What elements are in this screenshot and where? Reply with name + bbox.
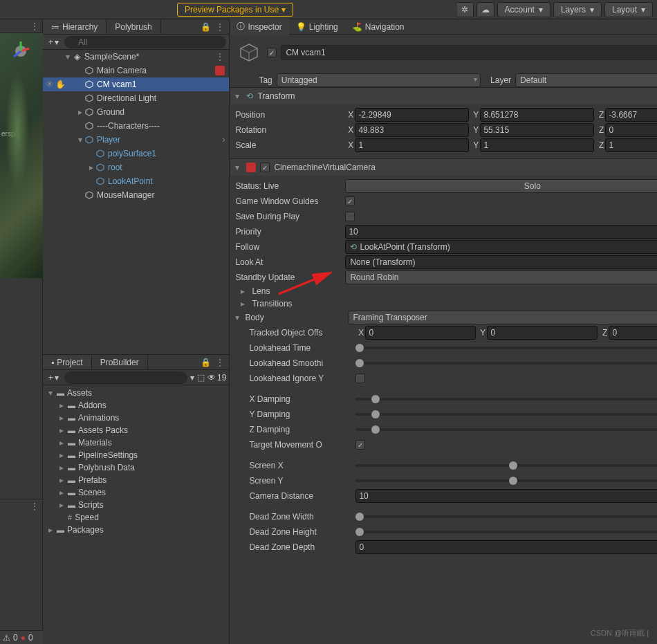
lookat-field[interactable]: None (Transform)⊙ xyxy=(345,255,657,269)
hierarchy-search-input[interactable] xyxy=(64,36,226,48)
create-dropdown[interactable]: +▾ xyxy=(46,37,62,47)
lock-icon[interactable]: 🔒 xyxy=(201,358,211,367)
layer-dropdown[interactable]: Default xyxy=(515,73,657,87)
hierarchy-item[interactable]: ▾Player› xyxy=(43,133,229,147)
probuilder-tab[interactable]: ProBuilder xyxy=(92,356,148,369)
favorite-icon[interactable]: ⬚ xyxy=(197,373,205,383)
project-folder[interactable]: ▸▬Scenes xyxy=(43,486,229,499)
project-folder[interactable]: ▸▬Animations xyxy=(43,412,229,424)
tracked-y-input[interactable] xyxy=(487,326,598,340)
y-damping-slider[interactable] xyxy=(355,413,657,416)
tag-dropdown[interactable]: Untagged xyxy=(277,73,481,87)
panel-menu-icon[interactable]: ⋮ xyxy=(215,21,225,33)
hierarchy-item[interactable]: polySurface1 xyxy=(43,147,229,160)
dead-zone-height-slider[interactable] xyxy=(355,531,657,533)
dead-zone-depth-input[interactable] xyxy=(355,540,657,554)
pos-x-input[interactable] xyxy=(355,108,469,122)
inspector-tab[interactable]: ⓘInspector xyxy=(230,19,288,35)
cloud-icon[interactable]: ☁ xyxy=(476,2,494,17)
target-movement-checkbox[interactable]: ✓ xyxy=(355,440,365,450)
lookat-label: Look At xyxy=(235,257,342,267)
lookahead-time-slider[interactable] xyxy=(355,347,657,349)
folder-label: PipelineSettings xyxy=(78,450,138,460)
layout-menu[interactable]: Layout▾ xyxy=(604,2,653,17)
layers-menu[interactable]: Layers▾ xyxy=(553,2,602,17)
hierarchy-item[interactable]: LookAtPoint xyxy=(43,174,229,188)
project-folder[interactable]: ▸▬PipelineSettings xyxy=(43,449,229,461)
panel-menu-icon[interactable]: ⋮ xyxy=(215,357,225,368)
scene-menu-icon[interactable]: ⋮ xyxy=(215,51,225,62)
rot-x-input[interactable] xyxy=(355,123,469,137)
project-folder[interactable]: #Speed xyxy=(43,511,229,524)
hierarchy-item[interactable]: Directional Light xyxy=(43,91,229,105)
account-menu[interactable]: Account▾ xyxy=(497,2,550,17)
pos-y-input[interactable] xyxy=(480,108,594,122)
polybrush-tab[interactable]: Polybrush xyxy=(107,20,160,34)
hierarchy-item[interactable]: ----Characters---- xyxy=(43,119,229,133)
screen-y-slider[interactable] xyxy=(355,479,657,482)
screen-x-slider[interactable] xyxy=(355,464,657,467)
project-folder[interactable]: ▸▬Packages xyxy=(43,524,229,536)
lens-foldout[interactable]: ▸Lens xyxy=(235,285,657,297)
cinemachine-header[interactable]: ▾ ✓ CinemachineVirtualCamera ?⋮ xyxy=(230,159,657,176)
snap-icon[interactable]: ✲ xyxy=(456,2,474,17)
scene-menu-icon[interactable]: ⋮ xyxy=(30,21,39,32)
project-folder[interactable]: ▸▬Addons xyxy=(43,399,229,412)
project-folder[interactable]: ▸▬Prefabs xyxy=(43,474,229,486)
project-search-input[interactable] xyxy=(64,371,187,384)
tracked-z-input[interactable] xyxy=(609,326,657,340)
hierarchy-item-label: CM vcam1 xyxy=(97,80,136,89)
scene-view[interactable]: ersp xyxy=(0,33,43,278)
create-dropdown[interactable]: +▾ xyxy=(46,373,62,383)
filter-icon[interactable]: ▾ xyxy=(190,373,194,383)
transform-header[interactable]: ▾ ⟲ Transform ?⇄⋮ xyxy=(230,88,657,104)
active-checkbox[interactable]: ✓ xyxy=(267,48,277,57)
project-folder[interactable]: ▸▬Materials xyxy=(43,436,229,449)
scale-z-input[interactable] xyxy=(605,138,657,152)
camera-distance-input[interactable] xyxy=(355,489,657,503)
component-enable-checkbox[interactable]: ✓ xyxy=(260,163,270,172)
hierarchy-tab[interactable]: ≔Hierarchy xyxy=(43,20,107,34)
dead-zone-width-slider[interactable] xyxy=(355,515,657,518)
hierarchy-item[interactable]: Main Camera xyxy=(43,64,229,77)
hierarchy-item[interactable]: ▸root xyxy=(43,160,229,174)
lighting-tab[interactable]: 💡Lighting xyxy=(289,20,345,34)
rot-y-input[interactable] xyxy=(480,123,594,137)
x-damping-slider[interactable] xyxy=(355,398,657,401)
navigation-tab[interactable]: ⛳Navigation xyxy=(345,20,411,34)
rot-z-input[interactable] xyxy=(605,123,657,137)
hierarchy-item[interactable]: ▸Ground xyxy=(43,105,229,119)
visibility-icon[interactable]: 👁 xyxy=(207,373,216,383)
hierarchy-item[interactable]: MouseManager xyxy=(43,188,229,202)
guides-checkbox[interactable]: ✓ xyxy=(345,196,355,206)
scale-x-input[interactable] xyxy=(355,138,469,152)
save-during-play-checkbox[interactable] xyxy=(345,212,355,221)
standby-dropdown[interactable]: Round Robin xyxy=(345,270,657,284)
solo-button[interactable]: Solo xyxy=(345,179,657,193)
lock-icon[interactable]: 🔒 xyxy=(201,22,211,32)
visibility-icon[interactable]: 👁 xyxy=(46,80,54,89)
body-dropdown[interactable]: Framing Transposer xyxy=(348,311,657,324)
priority-input[interactable] xyxy=(345,225,657,239)
project-folder[interactable]: ▸▬Assets Packs xyxy=(43,424,229,436)
lookahead-smooth-slider[interactable] xyxy=(355,362,657,365)
panel-menu-icon[interactable]: ⋮ xyxy=(30,501,39,511)
transitions-foldout[interactable]: ▸Transitions xyxy=(235,297,657,310)
preview-packages-badge[interactable]: Preview Packages in Use▾ xyxy=(177,3,293,17)
hierarchy-item[interactable]: ▾◈SampleScene*⋮ xyxy=(43,50,229,64)
project-folder[interactable]: ▸▬Scripts xyxy=(43,499,229,511)
scale-y-input[interactable] xyxy=(480,138,594,152)
project-tab[interactable]: ▪Project xyxy=(43,356,92,369)
pickable-icon[interactable]: ✋ xyxy=(55,80,66,89)
lookahead-ignore-checkbox[interactable] xyxy=(355,374,365,383)
tracked-x-input[interactable] xyxy=(365,326,476,340)
follow-field[interactable]: ⟲LookAtPoint (Transform)⊙ xyxy=(345,240,657,254)
screen-y-label: Screen Y xyxy=(235,476,353,486)
hierarchy-item[interactable]: 👁✋CM vcam1 xyxy=(43,77,229,91)
object-name-input[interactable] xyxy=(281,45,657,60)
z-damping-slider[interactable] xyxy=(355,428,657,431)
project-folder[interactable]: ▾▬Assets xyxy=(43,387,229,399)
pos-z-input[interactable] xyxy=(605,108,657,122)
orientation-gizmo-icon[interactable] xyxy=(8,39,33,64)
project-folder[interactable]: ▸▬Polybrush Data xyxy=(43,461,229,474)
